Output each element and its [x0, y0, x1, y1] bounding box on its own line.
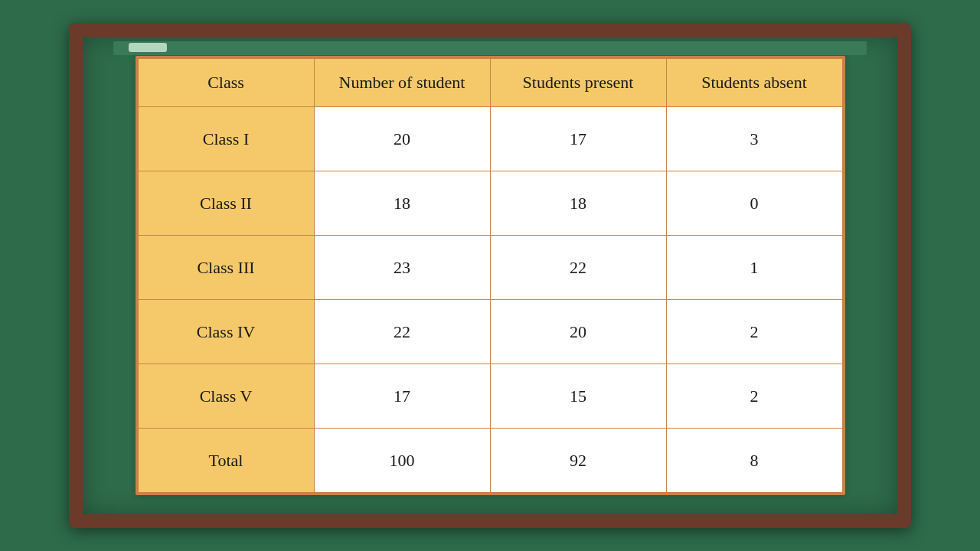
cell-present: 17: [490, 107, 666, 171]
cell-number: 22: [314, 300, 490, 364]
table-row: Class II18180: [138, 171, 842, 236]
header-absent: Students absent: [666, 59, 842, 107]
table-row: Class III23221: [138, 236, 842, 300]
cell-present: 15: [490, 364, 666, 429]
attendance-table: Class Number of student Students present…: [138, 58, 843, 493]
cell-absent: 0: [666, 171, 842, 236]
table-row: Total100928: [138, 429, 842, 493]
cell-absent: 3: [666, 107, 842, 171]
table-row: Class IV22202: [138, 300, 842, 364]
cell-class: Class III: [138, 236, 314, 300]
cell-absent: 2: [666, 300, 842, 364]
table-row: Class I20173: [138, 107, 842, 171]
cell-number: 18: [314, 171, 490, 236]
header-number: Number of student: [314, 59, 490, 107]
header-row: Class Number of student Students present…: [138, 59, 842, 107]
cell-number: 17: [314, 364, 490, 429]
chalk-piece: [129, 43, 167, 52]
cell-absent: 2: [666, 364, 842, 429]
cell-class: Class I: [138, 107, 314, 171]
cell-present: 18: [490, 171, 666, 236]
table-container: Class Number of student Students present…: [136, 56, 845, 495]
header-class: Class: [138, 59, 314, 107]
cell-class: Class IV: [138, 300, 314, 364]
cell-class: Class V: [138, 364, 314, 429]
header-present: Students present: [490, 59, 666, 107]
cell-present: 20: [490, 300, 666, 364]
cell-class: Class II: [138, 171, 314, 236]
cell-present: 22: [490, 236, 666, 300]
cell-number: 100: [314, 429, 490, 493]
cell-absent: 8: [666, 429, 842, 493]
cell-present: 92: [490, 429, 666, 493]
cell-class: Total: [138, 429, 314, 493]
chalkboard: Class Number of student Students present…: [69, 23, 911, 528]
cell-number: 20: [314, 107, 490, 171]
cell-absent: 1: [666, 236, 842, 300]
table-row: Class V17152: [138, 364, 842, 429]
cell-number: 23: [314, 236, 490, 300]
chalk-tray: [113, 41, 867, 55]
